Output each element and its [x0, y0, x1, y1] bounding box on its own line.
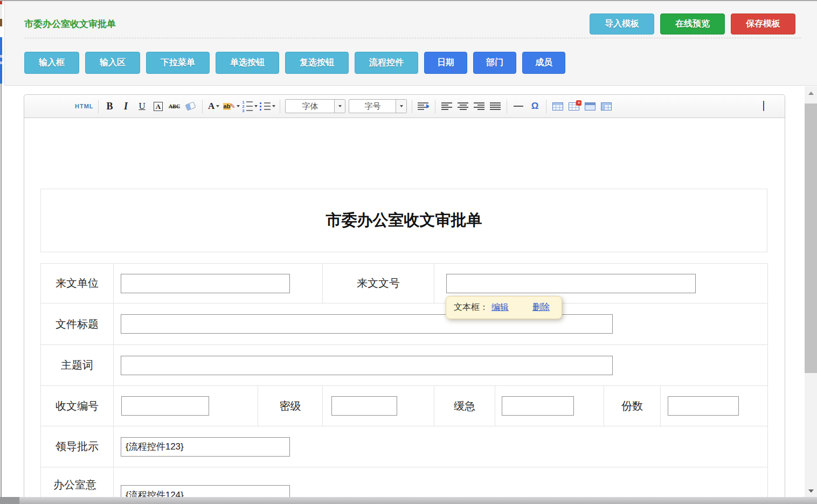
font-color-button[interactable]: A	[207, 99, 221, 113]
align-center-icon	[458, 102, 468, 110]
online-preview-button[interactable]: 在线预览	[660, 13, 725, 34]
form-title-box: 市委办公室收文审批单	[40, 189, 767, 252]
toolbox-dropdown-button[interactable]: 下拉菜单	[146, 52, 210, 74]
cell-properties-icon	[601, 102, 612, 111]
toolbox-checkbox-button[interactable]: 复选按钮	[285, 52, 349, 74]
align-left-button[interactable]	[440, 99, 454, 113]
strip-brown-segment	[0, 19, 2, 26]
remove-format-eraser-button[interactable]	[184, 99, 198, 113]
horizontal-rule-button[interactable]	[511, 99, 525, 113]
arrow-up-icon	[808, 92, 814, 95]
table-icon	[552, 102, 563, 111]
scrollbar-thumb[interactable]	[805, 103, 817, 373]
incoming-unit-input[interactable]	[121, 274, 290, 293]
strip-grey-segment	[0, 4, 2, 19]
strikethrough-button[interactable]: ABC	[168, 99, 182, 113]
label-copies: 份数	[604, 386, 661, 426]
align-justify-icon	[490, 102, 501, 110]
special-char-button[interactable]: Ω	[528, 99, 542, 113]
align-left-icon	[441, 102, 452, 110]
template-actions: 导入模板 在线预览 保存模板	[590, 13, 795, 34]
subject-words-input[interactable]	[121, 356, 613, 375]
table-row: 领导批示	[41, 426, 768, 467]
chevron-down-icon[interactable]	[334, 100, 345, 113]
table-row: 文件标题	[41, 303, 768, 345]
import-template-button[interactable]: 导入模板	[590, 13, 654, 34]
leader-instructions-input[interactable]	[121, 437, 290, 457]
scroll-down-arrow[interactable]	[805, 485, 817, 497]
control-toolbox: 输入框 输入区 下拉菜单 单选按钮 复选按钮 流程控件 日期 部门 成员	[24, 52, 565, 74]
label-leader-instructions: 领导批示	[41, 426, 114, 467]
background-window-strip	[0, 1, 2, 84]
strip-white-segment	[0, 26, 2, 37]
pencil-icon: ✎	[230, 102, 235, 110]
html-source-button[interactable]: HTML	[75, 99, 94, 113]
table-properties-icon	[585, 102, 596, 111]
toolbox-radio-button[interactable]: 单选按钮	[216, 52, 279, 74]
indent-button[interactable]	[417, 99, 431, 113]
delete-table-button[interactable]: ✕	[567, 99, 581, 113]
window-bottom-corner	[0, 497, 19, 504]
align-justify-button[interactable]	[488, 99, 502, 113]
page-title: 市委办公室收文审批单	[24, 18, 116, 30]
toolbox-flow-control-button[interactable]: 流程控件	[355, 52, 418, 74]
receipt-number-input[interactable]	[121, 396, 209, 416]
approval-form-table: 来文单位 来文文号 文件标题 主题词	[40, 263, 768, 503]
copies-input[interactable]	[668, 396, 739, 416]
urgency-input[interactable]	[502, 396, 574, 416]
window-left-border	[1, 84, 2, 497]
table-row: 主题词	[41, 345, 768, 386]
underline-button[interactable]: U	[135, 99, 149, 113]
scroll-up-arrow[interactable]	[805, 87, 817, 99]
unordered-list-button[interactable]	[260, 99, 275, 113]
cell-properties-button[interactable]	[599, 99, 613, 113]
insert-table-button[interactable]	[551, 99, 565, 113]
ordered-list-button[interactable]: 1 2 3	[242, 99, 258, 113]
save-template-button[interactable]: 保存模板	[731, 13, 795, 34]
font-style-button[interactable]: A	[151, 99, 165, 113]
delete-table-icon: ✕	[569, 102, 579, 111]
chevron-down-icon[interactable]	[396, 100, 406, 113]
toolbox-member-button[interactable]: 成员	[522, 52, 565, 74]
align-center-button[interactable]	[456, 99, 470, 113]
cell-urgency	[495, 386, 604, 426]
fullscreen-button[interactable]	[757, 99, 771, 113]
horizontal-rule-icon	[514, 106, 523, 107]
cell-subject-words	[114, 345, 768, 386]
toolbar-separator	[412, 100, 412, 113]
cell-incoming-unit	[114, 264, 323, 303]
chevron-down-icon	[237, 105, 240, 107]
editor-content-area[interactable]: 市委办公室收文审批单 来文单位 来文文号 文件标题	[24, 118, 785, 503]
table-properties-button[interactable]	[583, 99, 597, 113]
indent-icon	[418, 102, 430, 110]
italic-button[interactable]: I	[119, 99, 133, 113]
dotted-divider	[24, 38, 801, 38]
table-row: 来文单位 来文文号	[41, 264, 768, 303]
edit-link[interactable]: 编辑	[491, 302, 509, 313]
align-right-button[interactable]	[472, 99, 486, 113]
toolbox-input-box-button[interactable]: 输入框	[24, 52, 79, 74]
strip-blue-segment	[0, 37, 2, 84]
vertical-scrollbar[interactable]	[805, 86, 817, 504]
rich-text-editor: HTML B I U A ABC A ab✎ 1 2 3 字体	[24, 94, 785, 504]
delete-link[interactable]: 删除	[532, 302, 550, 313]
incoming-doc-number-input[interactable]	[446, 274, 696, 293]
toolbox-textarea-button[interactable]: 输入区	[85, 52, 140, 74]
align-right-icon	[474, 102, 484, 110]
security-level-input[interactable]	[331, 396, 397, 416]
cell-copies	[661, 386, 768, 426]
unordered-list-icon	[260, 102, 271, 111]
highlight-color-button[interactable]: ab✎	[223, 99, 240, 113]
cell-leader-instructions	[114, 426, 768, 467]
monitor-icon	[763, 101, 764, 111]
toolbox-date-button[interactable]: 日期	[424, 52, 467, 74]
table-row: 收文编号 密级 缓急 份数	[41, 386, 768, 426]
label-incoming-unit: 来文单位	[41, 264, 114, 303]
font-size-select[interactable]: 字号	[349, 99, 407, 113]
label-subject-words: 主题词	[41, 345, 114, 386]
toolbar-separator	[280, 100, 280, 113]
font-family-select[interactable]: 字体	[285, 99, 345, 113]
bold-button[interactable]: B	[103, 99, 117, 113]
toolbox-department-button[interactable]: 部门	[473, 52, 516, 74]
arrow-down-icon	[808, 489, 814, 493]
